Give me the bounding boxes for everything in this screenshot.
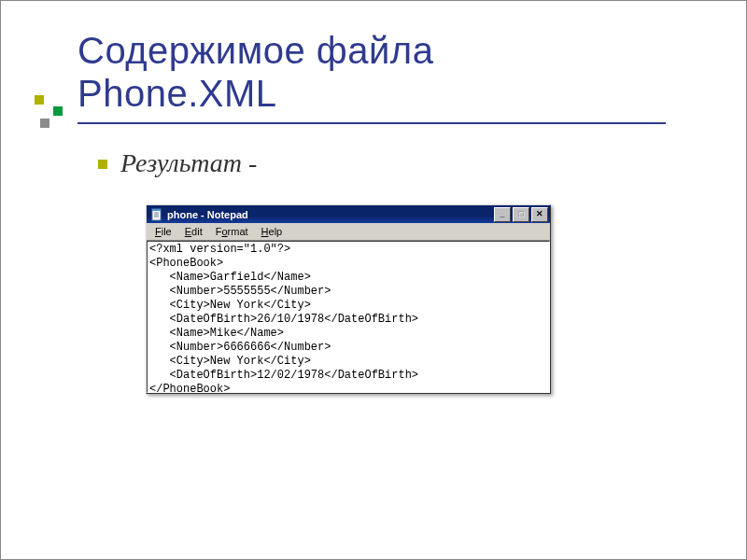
menu-file[interactable]: File: [148, 224, 178, 239]
accent-square-gray: [40, 119, 49, 128]
menu-edit[interactable]: Edit: [178, 224, 209, 239]
bullet-square-icon: [98, 160, 107, 169]
bullet-text: Результат -: [120, 148, 257, 178]
accent-square-yellow: [35, 95, 44, 105]
svg-rect-1: [152, 209, 161, 211]
minimize-icon: _: [500, 210, 504, 218]
window-title: phone - Notepad: [167, 209, 494, 220]
close-button[interactable]: ✕: [531, 207, 548, 222]
close-icon: ✕: [536, 210, 543, 218]
notepad-window: phone - Notepad _ □ ✕ File Edit Format H…: [146, 204, 551, 394]
editor-area[interactable]: <?xml version="1.0"?> <PhoneBook> <Name>…: [147, 241, 550, 393]
notepad-icon: [150, 208, 163, 221]
slide: Содержимое файла Phone.XML Результат - p…: [0, 0, 747, 560]
menu-edit-rest: dit: [191, 226, 203, 237]
title-underline: [78, 122, 666, 124]
editor-text: <?xml version="1.0"?> <PhoneBook> <Name>…: [149, 243, 547, 393]
minimize-button[interactable]: _: [494, 207, 511, 222]
menu-bar: File Edit Format Help: [147, 223, 550, 241]
titlebar[interactable]: phone - Notepad _ □ ✕: [147, 205, 550, 223]
menu-format[interactable]: Format: [209, 224, 255, 239]
menu-file-rest: ile: [162, 226, 172, 237]
title-line-2: Phone.XML: [78, 73, 277, 114]
accent-square-green: [53, 106, 63, 116]
slide-title: Содержимое файла Phone.XML: [78, 29, 433, 115]
menu-format-rest: rmat: [228, 226, 248, 237]
title-line-1: Содержимое файла: [78, 30, 433, 71]
menu-help[interactable]: Help: [255, 224, 289, 239]
maximize-icon: □: [518, 210, 523, 218]
window-buttons: _ □ ✕: [494, 207, 548, 222]
menu-help-rest: elp: [269, 226, 283, 237]
maximize-button[interactable]: □: [513, 207, 529, 222]
